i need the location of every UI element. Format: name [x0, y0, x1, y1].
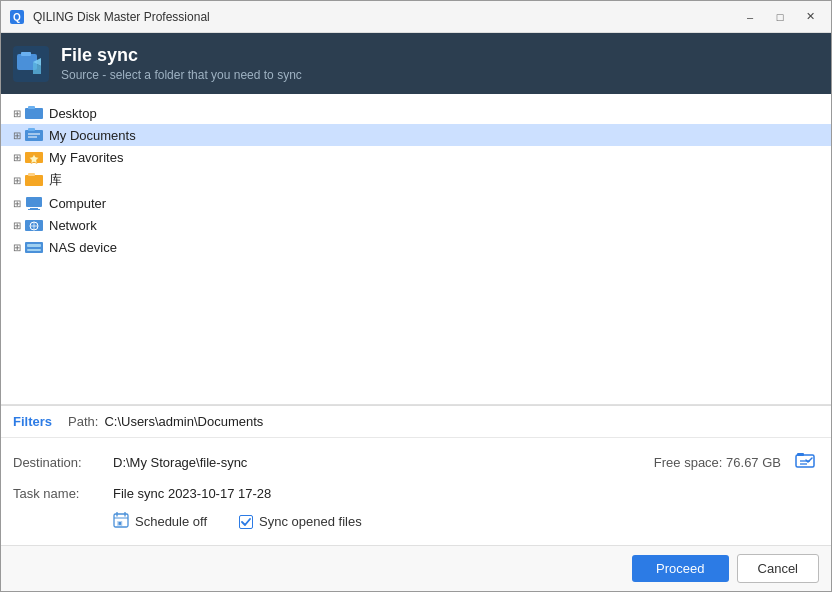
network-folder-icon — [25, 217, 43, 233]
browse-destination-button[interactable] — [791, 449, 819, 476]
tree-label-nas-device: NAS device — [49, 240, 117, 255]
tree-label-my-documents: My Documents — [49, 128, 136, 143]
destination-row: Destination: D:\My Storage\file-sync Fre… — [13, 444, 819, 481]
folder-tree[interactable]: ⊞ Desktop ⊞ My Documents ⊞ My Favorites — [1, 94, 831, 405]
sync-opened-option[interactable]: Sync opened files — [239, 514, 362, 529]
path-value: C:\Users\admin\Documents — [104, 414, 263, 429]
tree-item-network[interactable]: ⊞ Network — [1, 214, 831, 236]
header-icon — [13, 46, 49, 82]
svg-rect-13 — [25, 175, 43, 186]
title-bar: Q QILING Disk Master Professional – □ ✕ — [1, 1, 831, 33]
schedule-label: Schedule off — [135, 514, 207, 529]
content-area: ⊞ Desktop ⊞ My Documents ⊞ My Favorites — [1, 94, 831, 545]
docs-folder-icon — [25, 127, 43, 143]
computer-folder-icon — [25, 195, 43, 211]
svg-rect-24 — [27, 249, 41, 251]
window-controls: – □ ✕ — [737, 7, 823, 27]
maximize-button[interactable]: □ — [767, 7, 793, 27]
close-button[interactable]: ✕ — [797, 7, 823, 27]
destination-key: Destination: — [13, 455, 113, 470]
tree-item-library[interactable]: ⊞ 库 — [1, 168, 831, 192]
library-folder-icon — [25, 172, 43, 188]
tree-item-nas-device[interactable]: ⊞ NAS device — [1, 236, 831, 258]
tree-label-library: 库 — [49, 171, 62, 189]
svg-rect-23 — [27, 244, 41, 247]
svg-text:Q: Q — [13, 12, 21, 23]
header-title: File sync — [61, 45, 302, 66]
filters-button[interactable]: Filters — [13, 414, 52, 429]
desktop-folder-icon — [25, 105, 43, 121]
expand-icon-comp: ⊞ — [9, 195, 25, 211]
path-key-label: Path: — [68, 414, 98, 429]
svg-rect-26 — [797, 453, 804, 456]
expand-icon-net: ⊞ — [9, 217, 25, 233]
svg-rect-17 — [28, 209, 40, 210]
expand-icon-lib: ⊞ — [9, 172, 25, 188]
tree-label-desktop: Desktop — [49, 106, 97, 121]
tree-item-my-favorites[interactable]: ⊞ My Favorites — [1, 146, 831, 168]
nas-folder-icon — [25, 239, 43, 255]
tree-item-desktop[interactable]: ⊞ Desktop — [1, 102, 831, 124]
favorites-folder-icon — [25, 149, 43, 165]
minimize-button[interactable]: – — [737, 7, 763, 27]
main-window: Q QILING Disk Master Professional – □ ✕ … — [0, 0, 832, 592]
svg-rect-8 — [28, 128, 35, 131]
header-text: File sync Source - select a folder that … — [61, 45, 302, 82]
destination-value: D:\My Storage\file-sync — [113, 455, 654, 470]
task-name-key: Task name: — [13, 486, 113, 501]
sync-opened-checkbox[interactable] — [239, 515, 253, 529]
svg-rect-22 — [25, 242, 43, 253]
schedule-icon: ▣ — [113, 512, 129, 531]
proceed-button[interactable]: Proceed — [632, 555, 728, 582]
tree-label-my-favorites: My Favorites — [49, 150, 123, 165]
info-section: Destination: D:\My Storage\file-sync Fre… — [1, 438, 831, 545]
task-name-value: File sync 2023-10-17 17-28 — [113, 486, 819, 501]
sync-opened-label: Sync opened files — [259, 514, 362, 529]
tree-item-my-documents[interactable]: ⊞ My Documents — [1, 124, 831, 146]
svg-rect-4 — [21, 52, 31, 56]
footer: Proceed Cancel — [1, 545, 831, 591]
bottom-panel: Filters Path: C:\Users\admin\Documents D… — [1, 405, 831, 545]
schedule-option[interactable]: ▣ Schedule off — [113, 512, 207, 531]
expand-icon-nas: ⊞ — [9, 239, 25, 255]
cancel-button[interactable]: Cancel — [737, 554, 819, 583]
header-subtitle: Source - select a folder that you need t… — [61, 68, 302, 82]
tree-label-network: Network — [49, 218, 97, 233]
free-space-label: Free space: 76.67 GB — [654, 455, 781, 470]
svg-rect-15 — [26, 197, 42, 207]
svg-text:▣: ▣ — [117, 520, 123, 526]
svg-rect-7 — [25, 130, 43, 141]
svg-rect-5 — [25, 108, 43, 119]
filters-row: Filters Path: C:\Users\admin\Documents — [1, 406, 831, 438]
svg-rect-14 — [28, 173, 35, 176]
tree-label-computer: Computer — [49, 196, 106, 211]
expand-icon: ⊞ — [9, 105, 25, 121]
path-section: Path: C:\Users\admin\Documents — [68, 414, 263, 429]
tree-item-computer[interactable]: ⊞ Computer — [1, 192, 831, 214]
options-row: ▣ Schedule off Sync opened files — [13, 506, 819, 539]
svg-rect-6 — [28, 106, 35, 109]
app-icon: Q — [9, 9, 25, 25]
header-panel: File sync Source - select a folder that … — [1, 33, 831, 94]
app-title: QILING Disk Master Professional — [33, 10, 737, 24]
task-name-row: Task name: File sync 2023-10-17 17-28 — [13, 481, 819, 506]
expand-icon-fav: ⊞ — [9, 149, 25, 165]
expand-icon-docs: ⊞ — [9, 127, 25, 143]
